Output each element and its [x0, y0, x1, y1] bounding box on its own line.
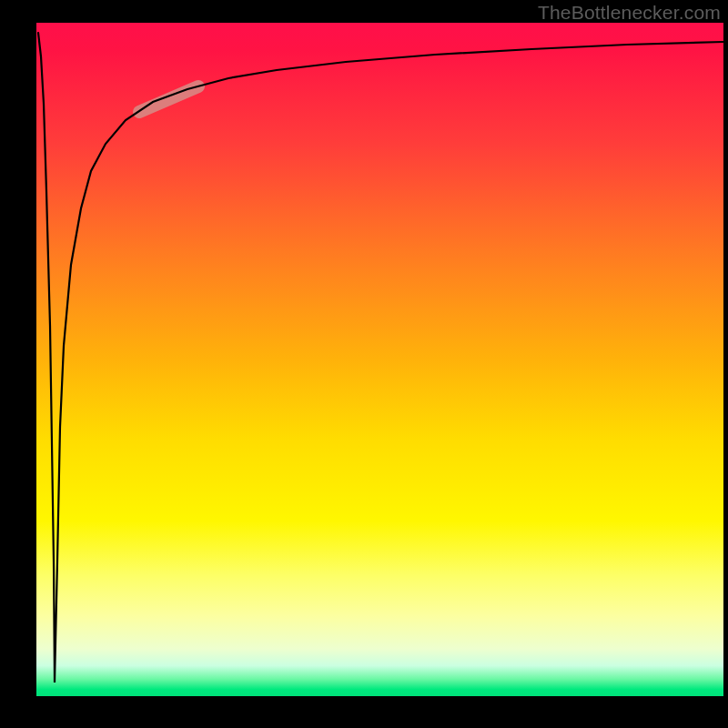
watermark-text: TheBottlenecker.com	[538, 2, 721, 24]
chart-frame: TheBottlenecker.com	[0, 0, 728, 728]
highlight-segment	[139, 86, 198, 112]
plot-area	[36, 23, 723, 696]
curve-layer	[36, 23, 723, 696]
bottleneck-curve	[38, 33, 723, 682]
